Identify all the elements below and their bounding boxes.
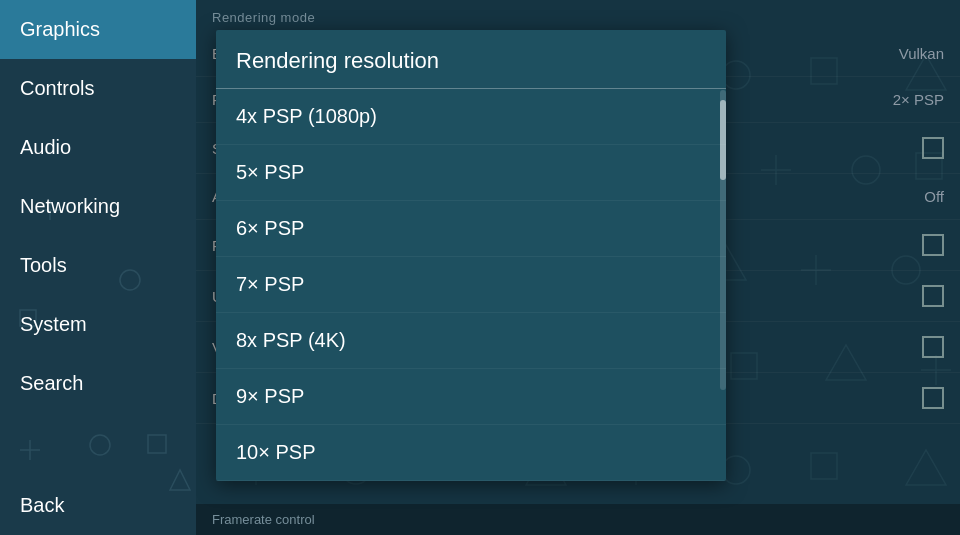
- sidebar-item-controls[interactable]: Controls: [0, 59, 196, 118]
- sidebar-item-back[interactable]: Back: [0, 476, 196, 535]
- dropdown-option-5[interactable]: 9× PSP: [216, 369, 726, 425]
- main-content: Rendering mode Backend Vulkan Rendering …: [196, 0, 960, 535]
- sidebar-item-networking[interactable]: Networking: [0, 177, 196, 236]
- dropdown-option-3[interactable]: 7× PSP: [216, 257, 726, 313]
- sidebar: Graphics Controls Audio Networking Tools…: [0, 0, 196, 535]
- sidebar-item-graphics[interactable]: Graphics: [0, 0, 196, 59]
- sidebar-item-search[interactable]: Search: [0, 354, 196, 413]
- dropdown-scrollbar[interactable]: [720, 90, 726, 390]
- dropdown-option-0[interactable]: 4x PSP (1080p): [216, 89, 726, 145]
- sidebar-item-label: Back: [20, 494, 64, 516]
- sidebar-item-label: Controls: [20, 77, 94, 99]
- sidebar-item-label: Audio: [20, 136, 71, 158]
- sidebar-item-label: Graphics: [20, 18, 100, 40]
- dropdown-option-2[interactable]: 6× PSP: [216, 201, 726, 257]
- dropdown-title: Rendering resolution: [216, 30, 726, 89]
- scrollbar-thumb: [720, 100, 726, 180]
- sidebar-item-audio[interactable]: Audio: [0, 118, 196, 177]
- dropdown-option-4[interactable]: 8x PSP (4K): [216, 313, 726, 369]
- sidebar-item-tools[interactable]: Tools: [0, 236, 196, 295]
- dropdown-option-1[interactable]: 5× PSP: [216, 145, 726, 201]
- dropdown-overlay[interactable]: Rendering resolution 4x PSP (1080p) 5× P…: [196, 0, 960, 535]
- sidebar-item-label: Networking: [20, 195, 120, 217]
- sidebar-item-system[interactable]: System: [0, 295, 196, 354]
- dropdown-menu: Rendering resolution 4x PSP (1080p) 5× P…: [216, 30, 726, 481]
- sidebar-item-label: System: [20, 313, 87, 335]
- sidebar-item-label: Tools: [20, 254, 67, 276]
- dropdown-option-6[interactable]: 10× PSP: [216, 425, 726, 481]
- sidebar-item-label: Search: [20, 372, 83, 394]
